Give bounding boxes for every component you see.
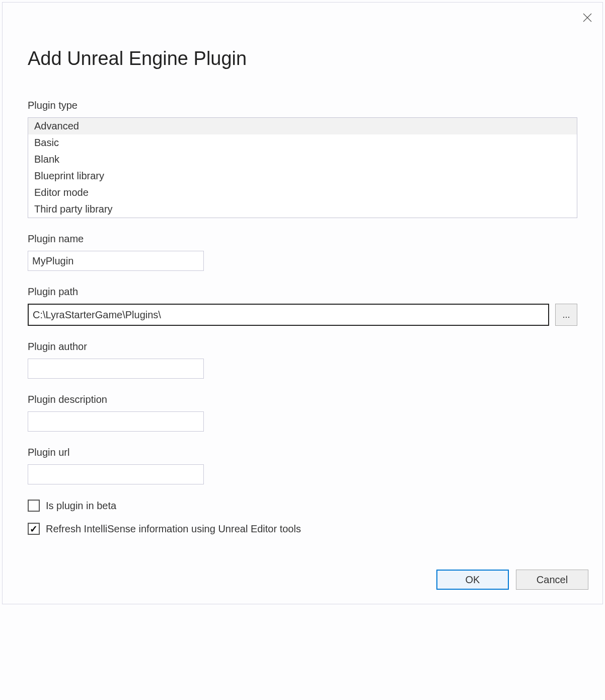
is-beta-row: Is plugin in beta [28, 500, 577, 512]
plugin-name-label: Plugin name [28, 233, 577, 245]
plugin-author-label: Plugin author [28, 341, 577, 353]
add-plugin-dialog: Add Unreal Engine Plugin Plugin type Adv… [2, 2, 603, 604]
refresh-intellisense-label: Refresh IntelliSense information using U… [46, 523, 301, 535]
cancel-button[interactable]: Cancel [516, 570, 588, 590]
plugin-type-option-advanced[interactable]: Advanced [28, 118, 577, 134]
plugin-name-group: Plugin name [28, 233, 577, 271]
plugin-name-input[interactable] [28, 251, 204, 271]
plugin-path-input[interactable] [28, 304, 549, 326]
is-beta-label: Is plugin in beta [46, 500, 116, 512]
plugin-type-option-blueprint-library[interactable]: Blueprint library [28, 168, 577, 184]
close-icon [583, 13, 592, 22]
plugin-author-input[interactable] [28, 359, 204, 379]
plugin-author-group: Plugin author [28, 341, 577, 379]
plugin-type-option-blank[interactable]: Blank [28, 151, 577, 168]
plugin-path-label: Plugin path [28, 286, 577, 298]
plugin-description-group: Plugin description [28, 394, 577, 432]
refresh-intellisense-checkbox[interactable] [28, 523, 40, 535]
refresh-intellisense-row: Refresh IntelliSense information using U… [28, 523, 577, 535]
dialog-button-row: OK Cancel [436, 570, 588, 590]
plugin-url-input[interactable] [28, 464, 204, 484]
ok-button[interactable]: OK [436, 570, 509, 590]
dialog-title: Add Unreal Engine Plugin [28, 48, 577, 69]
plugin-type-group: Plugin type Advanced Basic Blank Bluepri… [28, 100, 577, 218]
plugin-type-label: Plugin type [28, 100, 577, 111]
close-button[interactable] [581, 12, 593, 24]
is-beta-checkbox[interactable] [28, 500, 40, 512]
plugin-type-option-third-party-library[interactable]: Third party library [28, 201, 577, 218]
plugin-url-group: Plugin url [28, 447, 577, 484]
plugin-description-label: Plugin description [28, 394, 577, 405]
plugin-type-listbox[interactable]: Advanced Basic Blank Blueprint library E… [28, 117, 577, 218]
plugin-description-input[interactable] [28, 411, 204, 432]
browse-button[interactable]: ... [555, 304, 577, 326]
plugin-type-option-editor-mode[interactable]: Editor mode [28, 184, 577, 201]
plugin-type-option-basic[interactable]: Basic [28, 134, 577, 151]
plugin-url-label: Plugin url [28, 447, 577, 458]
plugin-path-group: Plugin path ... [28, 286, 577, 326]
